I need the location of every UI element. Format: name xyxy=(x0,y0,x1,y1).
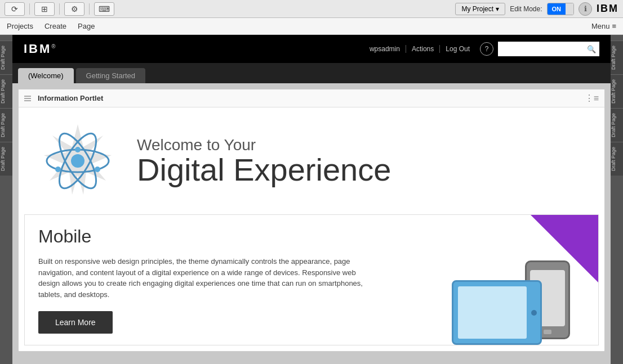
info-button[interactable]: ℹ xyxy=(578,2,592,16)
header-actions-link[interactable]: Actions xyxy=(406,45,440,53)
refresh-icon-btn[interactable]: ⟳ xyxy=(5,2,25,16)
welcome-heading-main: Digital Experience xyxy=(137,154,391,186)
portlet-header: Information Portlet ⋮≡ xyxy=(19,89,604,107)
right-sidebar-item-1[interactable]: Draft Page xyxy=(611,41,623,74)
device-illustration xyxy=(452,232,581,345)
tab-welcome[interactable]: (Welcome) xyxy=(18,68,74,83)
sidebar-item-2[interactable]: Draft Page xyxy=(0,74,12,108)
mobile-section: Mobile Built on responsive web design pr… xyxy=(24,214,599,345)
toolbar-sep-3 xyxy=(89,3,90,15)
nav-page[interactable]: Page xyxy=(78,22,95,30)
header-user-link[interactable]: wpsadmin xyxy=(364,45,406,53)
menu-label: Menu xyxy=(591,22,610,30)
header-right: wpsadmin Actions Log Out ? 🔍 xyxy=(364,42,599,56)
tab-bar: (Welcome) Getting Started xyxy=(12,63,611,83)
portlet-title: Information Portlet xyxy=(24,94,103,102)
ibm-logo-dot: ® xyxy=(51,43,57,50)
atom-icon xyxy=(35,119,120,203)
right-sidebar-item-4[interactable]: Draft Page xyxy=(611,142,623,176)
svg-point-7 xyxy=(55,167,61,172)
svg-point-1 xyxy=(71,154,84,168)
portlet-grip-icon xyxy=(24,96,31,101)
sidebar-item-4[interactable]: Draft Page xyxy=(0,142,12,176)
help-icon[interactable]: ? xyxy=(480,42,493,56)
right-sidebar-item-2[interactable]: Draft Page xyxy=(611,74,623,108)
ibm-logo-top: IBM xyxy=(597,3,618,15)
keyboard-icon-btn[interactable]: ⌨ xyxy=(94,2,114,16)
grid-icon-btn[interactable]: ⊞ xyxy=(34,2,55,16)
hamburger-icon: ≡ xyxy=(612,22,616,30)
phone-button xyxy=(544,330,551,334)
svg-point-6 xyxy=(95,167,100,172)
search-icon[interactable]: 🔍 xyxy=(587,45,596,53)
portlet: Information Portlet ⋮≡ xyxy=(18,89,605,352)
portlet-controls-icon[interactable]: ⋮≡ xyxy=(585,93,599,104)
page-content: Information Portlet ⋮≡ xyxy=(12,83,611,364)
ibm-logo: IBM® xyxy=(24,43,57,55)
my-project-button[interactable]: My Project ▾ xyxy=(455,3,505,15)
right-sidebar: Draft Page Draft Page Draft Page Draft P… xyxy=(611,35,623,364)
ibm-header: IBM® wpsadmin Actions Log Out ? 🔍 xyxy=(12,35,611,63)
sidebar-item-3[interactable]: Draft Page xyxy=(0,108,12,142)
tab-getting-started[interactable]: Getting Started xyxy=(76,68,145,83)
menu-button[interactable]: Menu ≡ xyxy=(591,22,616,30)
main-layout: Draft Page Draft Page Draft Page Draft P… xyxy=(0,35,623,364)
header-search-box[interactable]: 🔍 xyxy=(498,42,599,56)
search-input[interactable] xyxy=(501,45,587,53)
sidebar-item-1[interactable]: Draft Page xyxy=(0,41,12,74)
chevron-down-icon: ▾ xyxy=(496,5,499,13)
edit-mode-toggle[interactable]: ON xyxy=(547,3,575,15)
header-logout-link[interactable]: Log Out xyxy=(440,45,475,53)
tablet-icon xyxy=(452,280,542,345)
right-sidebar-item-3[interactable]: Draft Page xyxy=(611,108,623,142)
content-area: IBM® wpsadmin Actions Log Out ? 🔍 (Welco… xyxy=(12,35,611,364)
secondary-toolbar: Projects Create Page Menu ≡ xyxy=(0,18,623,35)
top-toolbar: ⟳ ⊞ ⚙ ⌨ My Project ▾ Edit Mode: ON ℹ IBM xyxy=(0,0,623,18)
tablet-button xyxy=(531,310,537,316)
nav-create[interactable]: Create xyxy=(44,22,66,30)
portlet-title-text: Information Portlet xyxy=(38,94,103,102)
toolbar-sep-1 xyxy=(29,3,30,15)
welcome-section: Welcome to Your Digital Experience xyxy=(19,107,604,214)
toggle-slider xyxy=(566,3,573,15)
toggle-on-label: ON xyxy=(548,3,566,15)
svg-point-5 xyxy=(75,147,81,152)
settings-icon-btn[interactable]: ⚙ xyxy=(64,2,84,16)
edit-mode-label: Edit Mode: xyxy=(510,5,542,13)
nav-projects[interactable]: Projects xyxy=(7,22,33,30)
tablet-screen xyxy=(458,286,527,339)
mobile-description: Built on responsive web design principle… xyxy=(38,256,376,300)
toolbar-right: My Project ▾ Edit Mode: ON ℹ IBM xyxy=(455,2,618,16)
toolbar-sep-2 xyxy=(59,3,60,15)
project-label: My Project xyxy=(461,5,493,13)
welcome-text: Welcome to Your Digital Experience xyxy=(137,136,391,186)
learn-more-button[interactable]: Learn More xyxy=(38,311,113,334)
left-sidebar: Draft Page Draft Page Draft Page Draft P… xyxy=(0,35,12,364)
ibm-logo-text: IBM xyxy=(24,42,51,56)
